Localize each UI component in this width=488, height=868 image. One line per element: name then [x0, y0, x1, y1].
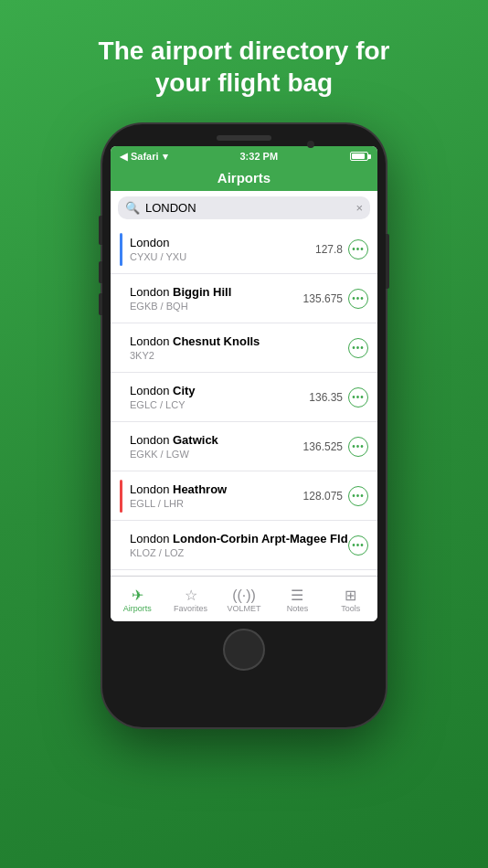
- color-indicator: [120, 480, 122, 513]
- battery-icon: [350, 152, 368, 161]
- search-container: 🔍 LONDON ×: [111, 191, 377, 225]
- frequency: 127.8: [315, 243, 343, 256]
- list-item[interactable]: London Biggin Hill EGKB / BQH 135.675 ••…: [111, 274, 377, 323]
- airport-code: EGLC / LCY: [130, 399, 309, 410]
- airport-list: London CYXU / YXU 127.8 ••• London Biggi…: [111, 225, 377, 576]
- airport-code: CYXU / YXU: [130, 251, 315, 262]
- favorites-label: Favorites: [174, 605, 207, 613]
- list-item[interactable]: London Luton •••: [111, 570, 377, 576]
- airport-code: EGKB / BQH: [130, 301, 303, 312]
- tab-notes[interactable]: ☰ Notes: [271, 577, 324, 621]
- color-indicator: [120, 332, 122, 365]
- volume-up-button: [99, 261, 102, 283]
- camera-icon: [307, 141, 314, 148]
- airport-name: London City: [130, 384, 309, 399]
- airport-name: London Chesnut Knolls: [130, 334, 348, 350]
- status-carrier: ◀ Safari ▾: [120, 151, 168, 163]
- airport-info: London Chesnut Knolls 3KY2: [130, 334, 348, 362]
- status-battery: [350, 152, 368, 161]
- status-bar: ◀ Safari ▾ 3:32 PM: [111, 146, 377, 166]
- phone-frame: ◀ Safari ▾ 3:32 PM Airports 🔍 LONDON ×: [102, 124, 386, 727]
- ellipsis-icon: •••: [352, 294, 365, 303]
- search-clear-button[interactable]: ×: [355, 201, 363, 215]
- volume-down-button: [99, 293, 102, 315]
- color-indicator: [120, 381, 122, 414]
- page-title: Airports: [111, 170, 377, 185]
- ellipsis-icon: •••: [352, 442, 365, 451]
- search-input[interactable]: LONDON: [145, 201, 350, 215]
- ellipsis-icon: •••: [352, 393, 365, 402]
- airport-name: London Heathrow: [130, 482, 303, 498]
- ellipsis-icon: •••: [352, 245, 365, 254]
- airport-info: London CYXU / YXU: [130, 236, 315, 263]
- airport-info: London Heathrow EGLL / LHR: [130, 482, 303, 510]
- more-button[interactable]: •••: [348, 338, 368, 358]
- airports-icon: ✈: [132, 588, 143, 603]
- airport-info: London City EGLC / LCY: [130, 384, 309, 411]
- tab-airports[interactable]: ✈ Airports: [111, 577, 164, 621]
- airport-code: KLOZ / LOZ: [130, 547, 348, 558]
- color-indicator: [120, 430, 122, 463]
- more-button[interactable]: •••: [348, 437, 368, 457]
- airport-name: London: [130, 236, 315, 251]
- tools-label: Tools: [341, 605, 360, 613]
- volmet-icon: ((·)): [232, 588, 256, 603]
- list-item[interactable]: London Heathrow EGLL / LHR 128.075 •••: [111, 471, 377, 521]
- list-item[interactable]: London Gatwick EGKK / LGW 136.525 •••: [111, 422, 377, 471]
- tab-tools[interactable]: ⊞ Tools: [324, 577, 377, 621]
- tab-favorites[interactable]: ☆ Favorites: [164, 577, 217, 621]
- ellipsis-icon: •••: [352, 541, 365, 550]
- more-button[interactable]: •••: [348, 387, 368, 408]
- more-button[interactable]: •••: [348, 289, 368, 309]
- airport-name: London Gatwick: [130, 433, 303, 449]
- search-icon: 🔍: [125, 201, 140, 215]
- airport-name: London Biggin Hill: [130, 285, 303, 301]
- list-item[interactable]: London Chesnut Knolls 3KY2 •••: [111, 323, 377, 373]
- frequency: 135.675: [303, 292, 343, 305]
- airport-code: EGLL / LHR: [130, 498, 303, 509]
- airport-info: London Biggin Hill EGKB / BQH: [130, 285, 303, 312]
- home-button[interactable]: [223, 629, 265, 671]
- notes-icon: ☰: [291, 588, 303, 603]
- more-button[interactable]: •••: [348, 535, 368, 556]
- list-item[interactable]: London London-Corbin Arpt-Magee Fld KLOZ…: [111, 521, 377, 570]
- screen: ◀ Safari ▾ 3:32 PM Airports 🔍 LONDON ×: [111, 146, 377, 621]
- airport-info: London London-Corbin Arpt-Magee Fld KLOZ…: [130, 532, 348, 559]
- volmet-label: VOLMET: [228, 605, 261, 613]
- airport-name: London London-Corbin Arpt-Magee Fld: [130, 532, 348, 547]
- tab-bar: ✈ Airports ☆ Favorites ((·)) VOLMET ☰ No…: [111, 576, 377, 621]
- frequency: 136.525: [303, 440, 343, 453]
- nav-bar: Airports: [111, 166, 377, 191]
- frequency: 136.35: [309, 391, 343, 404]
- frequency: 128.075: [303, 490, 343, 503]
- tab-volmet[interactable]: ((·)) VOLMET: [217, 577, 271, 621]
- color-indicator: [120, 529, 122, 562]
- airport-code: EGKK / LGW: [130, 449, 303, 460]
- more-button[interactable]: •••: [348, 486, 368, 506]
- list-item[interactable]: London City EGLC / LCY 136.35 •••: [111, 373, 377, 422]
- airport-info: London Gatwick EGKK / LGW: [130, 433, 303, 460]
- speaker: [217, 135, 271, 141]
- color-indicator: [120, 233, 122, 266]
- more-button[interactable]: •••: [348, 239, 368, 259]
- status-time: 3:32 PM: [240, 151, 279, 162]
- favorites-icon: ☆: [185, 588, 197, 603]
- ellipsis-icon: •••: [352, 344, 365, 353]
- tools-icon: ⊞: [345, 588, 356, 603]
- headline: The airport directory for your flight ba…: [62, 35, 427, 99]
- color-indicator: [120, 282, 122, 315]
- wifi-icon: ▾: [163, 151, 168, 163]
- notes-label: Notes: [287, 605, 309, 613]
- list-item[interactable]: London CYXU / YXU 127.8 •••: [111, 225, 377, 274]
- search-bar[interactable]: 🔍 LONDON ×: [118, 196, 370, 219]
- ellipsis-icon: •••: [352, 492, 365, 501]
- airports-label: Airports: [123, 605, 152, 613]
- airport-code: 3KY2: [130, 350, 348, 361]
